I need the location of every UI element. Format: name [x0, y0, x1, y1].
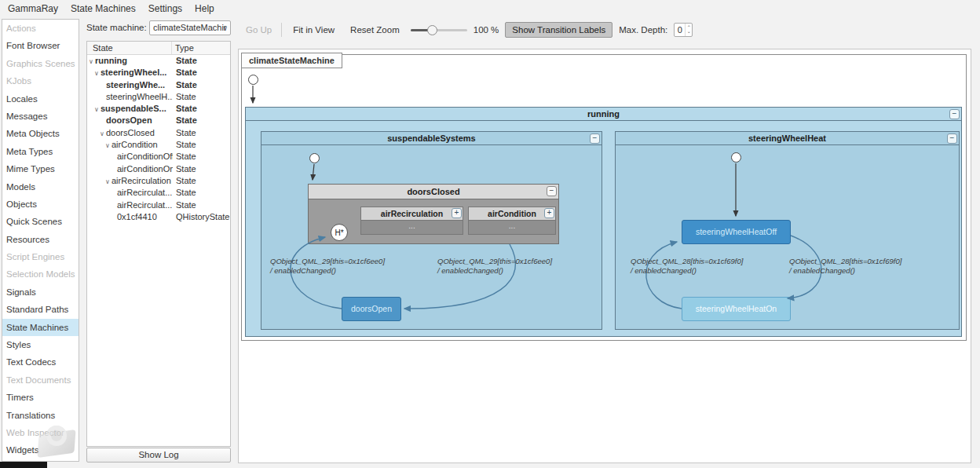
tree-row[interactable]: steeringWheelH...State [87, 91, 230, 103]
expander-icon[interactable]: ∨ [89, 56, 95, 67]
state-suspendable-systems-label: suspendableSystems [387, 133, 476, 143]
sidebar-item-models[interactable]: Models [2, 178, 79, 196]
menu-gammaray[interactable]: GammaRay [2, 1, 64, 16]
zoom-slider[interactable] [411, 24, 467, 36]
expander-icon[interactable]: ∨ [94, 68, 101, 79]
sidebar-item-state-machines[interactable]: State Machines [2, 319, 79, 336]
initial-state-marker-suspendable [309, 153, 320, 163]
diagram-toolbar: Go Up Fit in View Reset Zoom 100 % Show … [238, 20, 976, 40]
tree-row[interactable]: airRecirculat...State [87, 187, 230, 199]
expander-icon[interactable]: ∨ [100, 128, 106, 139]
expand-button-air-condition[interactable]: + [544, 208, 554, 218]
state-running-label: running [587, 109, 620, 119]
initial-state-marker-steering [731, 152, 741, 163]
history-state[interactable]: H* [331, 224, 348, 241]
sidebar-item-text-documents[interactable]: Text Documents [2, 371, 79, 389]
transition-label-heat-left: QObject_QML_28[this=0x1cf69f0] / enabled… [631, 257, 743, 276]
tree-row[interactable]: steeringWhe...State [87, 79, 230, 91]
collapse-button-doors-closed[interactable]: − [547, 186, 557, 196]
sidebar-item-font-browser[interactable]: Font Browser [2, 37, 79, 54]
column-header-type[interactable]: Type [172, 42, 230, 54]
state-machine-combobox[interactable]: climateStateMachir ∨ [149, 20, 231, 35]
state-doors-open[interactable]: doorsOpen [342, 297, 401, 321]
fit-in-view-button[interactable]: Fit in View [288, 23, 339, 37]
expander-icon[interactable]: ∨ [94, 104, 101, 115]
state-tree: State Type ∨runningState∨steeringWheel..… [86, 41, 231, 447]
state-air-condition[interactable]: airCondition + ... [468, 207, 556, 235]
expander-icon[interactable]: ∨ [105, 140, 112, 151]
sidebar-item-styles[interactable]: Styles [2, 336, 79, 353]
sidebar-item-script-engines[interactable]: Script Engines [2, 248, 79, 265]
sidebar-item-timers[interactable]: Timers [2, 389, 79, 406]
max-depth-value: 0 [675, 24, 685, 36]
tree-row[interactable]: airConditionOnState [87, 163, 230, 175]
column-header-state[interactable]: State [87, 42, 172, 54]
tree-row[interactable]: ∨doorsClosedState [87, 127, 230, 139]
tree-row[interactable]: doorsOpenState [87, 115, 230, 126]
spin-down-icon[interactable]: ⌄ [687, 30, 691, 34]
collapsed-content: ... [361, 221, 463, 234]
state-steering-wheel-heat-label: steeringWheelHeat [748, 133, 826, 143]
tree-row[interactable]: airRecirculat...State [87, 199, 230, 211]
sidebar-item-meta-types[interactable]: Meta Types [2, 143, 79, 160]
expander-icon[interactable]: ∨ [105, 176, 112, 187]
sidebar-item-resources[interactable]: Resources [2, 231, 79, 248]
transition-label-doors-left: QObject_QML_29[this=0x1cf6ee0] / enabled… [270, 257, 385, 276]
tree-row[interactable]: ∨airRecirculationState [87, 175, 230, 187]
sidebar: ActionsFont BrowserGraphics ScenesKJobsL… [2, 19, 79, 462]
sidebar-item-objects[interactable]: Objects [2, 196, 79, 213]
sidebar-item-web-inspector[interactable]: Web Inspector [2, 424, 79, 441]
tree-row[interactable]: ∨runningState [87, 55, 230, 67]
state-steering-wheel-heat-on[interactable]: steeringWheelHeatOn [682, 297, 791, 321]
toolbar-separator [281, 23, 282, 37]
sidebar-item-locales[interactable]: Locales [2, 90, 79, 108]
sidebar-item-widgets[interactable]: Widgets [2, 441, 79, 459]
sidebar-item-quick-scenes[interactable]: Quick Scenes [2, 213, 79, 230]
menu-state-machines[interactable]: State Machines [64, 1, 142, 16]
sidebar-item-selection-models[interactable]: Selection Models [2, 265, 79, 283]
show-log-button[interactable]: Show Log [86, 448, 231, 463]
tree-row[interactable]: airConditionOffState [87, 151, 230, 163]
collapsed-content: ... [469, 221, 555, 234]
desktop-strip [0, 462, 47, 468]
menubar: GammaRayState MachinesSettingsHelp [0, 0, 980, 16]
state-machine-canvas: climateStateMachine running − suspendabl… [238, 49, 971, 463]
transition-label-heat-right: QObject_QML_28[this=0x1cf69f0] / enabled… [789, 257, 901, 276]
tree-row[interactable]: ∨suspendableS...State [87, 103, 230, 115]
state-machine-label: State machine: [86, 23, 147, 32]
sidebar-item-messages[interactable]: Messages [2, 108, 79, 125]
show-transition-labels-toggle[interactable]: Show Transition Labels [505, 22, 612, 38]
max-depth-label: Max. Depth: [619, 25, 667, 35]
collapse-button-steering[interactable]: − [947, 133, 957, 144]
collapse-button-running[interactable]: − [949, 109, 960, 119]
machine-title-tab: climateStateMachine [241, 53, 342, 68]
transition-label-doors-right: QObject_QML_29[this=0x1cf6ee0] / enabled… [437, 257, 552, 276]
tree-body: ∨runningState∨steeringWheel...Statesteer… [87, 55, 230, 223]
tree-header[interactable]: State Type [87, 42, 230, 55]
expand-button-air-recirculation[interactable]: + [452, 208, 462, 218]
sidebar-item-kjobs[interactable]: KJobs [2, 72, 79, 90]
reset-zoom-button[interactable]: Reset Zoom [346, 23, 404, 37]
tree-row[interactable]: ∨airConditionState [87, 139, 230, 151]
sidebar-item-text-codecs[interactable]: Text Codecs [2, 353, 79, 371]
sidebar-item-mime-types[interactable]: Mime Types [2, 160, 79, 177]
tree-row[interactable]: ∨steeringWheel...State [87, 67, 230, 79]
menu-help[interactable]: Help [188, 1, 221, 16]
zoom-slider-handle[interactable] [427, 25, 437, 35]
sidebar-item-actions[interactable]: Actions [2, 20, 79, 37]
sidebar-list: ActionsFont BrowserGraphics ScenesKJobsL… [2, 20, 79, 459]
sidebar-item-meta-objects[interactable]: Meta Objects [2, 125, 79, 142]
menu-settings[interactable]: Settings [142, 1, 188, 16]
sidebar-item-translations[interactable]: Translations [2, 407, 79, 424]
sidebar-item-standard-paths[interactable]: Standard Paths [2, 301, 79, 318]
sidebar-item-graphics-scenes[interactable]: Graphics Scenes [2, 55, 79, 72]
collapse-button-suspendable[interactable]: − [590, 133, 600, 144]
sidebar-item-signals[interactable]: Signals [2, 283, 79, 301]
state-air-recirculation[interactable]: airRecirculation + ... [360, 207, 463, 235]
go-up-button[interactable]: Go Up [243, 23, 275, 37]
tree-row[interactable]: 0x1cf4410QHistoryState [87, 211, 230, 223]
state-air-recirculation-label: airRecirculation [381, 209, 443, 218]
initial-state-marker-machine [248, 75, 258, 85]
max-depth-spinbox[interactable]: 0 ⌃ ⌄ [674, 23, 693, 37]
state-steering-wheel-heat-off[interactable]: steeringWheelHeatOff [682, 220, 791, 244]
